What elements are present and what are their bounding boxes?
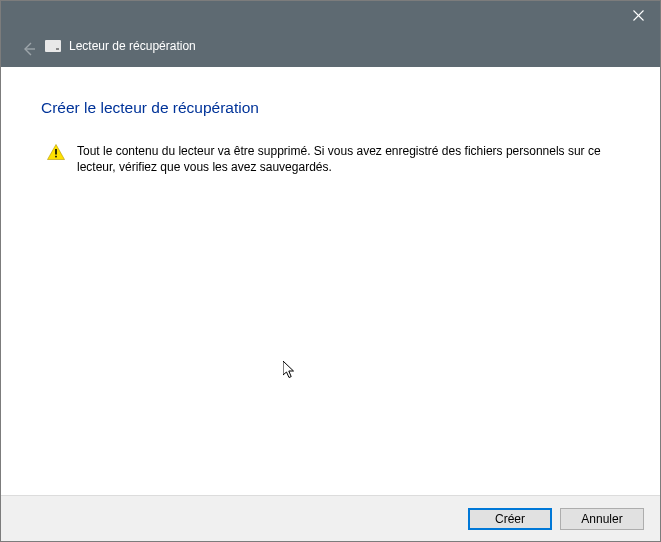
create-button[interactable]: Créer	[468, 508, 552, 530]
drive-icon	[45, 40, 61, 52]
cancel-button[interactable]: Annuler	[560, 508, 644, 530]
back-button	[19, 39, 39, 59]
svg-rect-4	[55, 149, 57, 155]
app-title: Lecteur de récupération	[69, 39, 196, 53]
close-icon	[633, 10, 644, 21]
warning-icon	[47, 144, 65, 160]
title-wrap: Lecteur de récupération	[45, 39, 196, 53]
footer: Créer Annuler	[1, 495, 660, 541]
titlebar: Lecteur de récupération	[1, 1, 660, 67]
back-arrow-icon	[21, 41, 37, 57]
warning-text: Tout le contenu du lecteur va être suppr…	[77, 143, 617, 175]
warning-row: Tout le contenu du lecteur va être suppr…	[41, 143, 620, 175]
close-button[interactable]	[616, 1, 660, 29]
page-heading: Créer le lecteur de récupération	[41, 99, 620, 117]
svg-rect-5	[55, 156, 57, 158]
content-area: Créer le lecteur de récupération Tout le…	[1, 67, 660, 495]
